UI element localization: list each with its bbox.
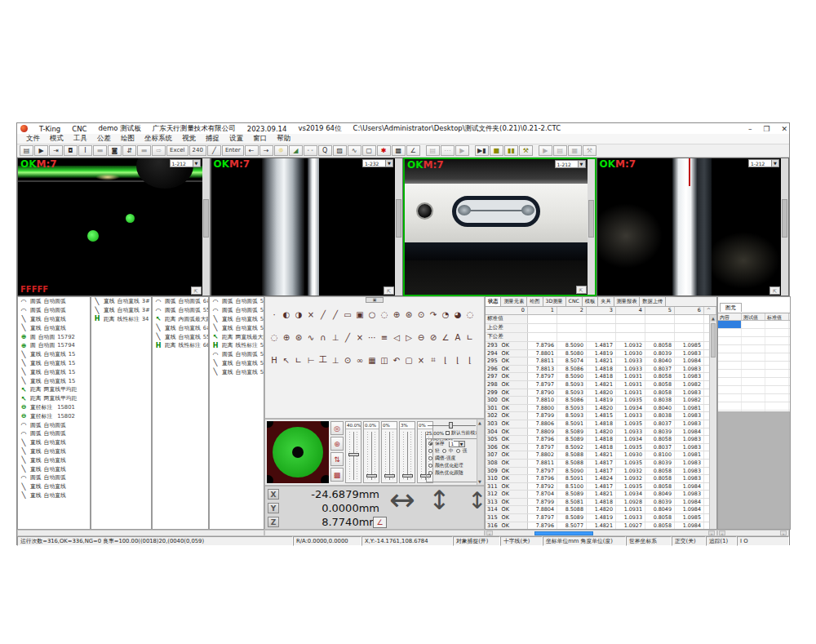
tool-icon[interactable]: ▢ [403, 354, 415, 366]
table-row[interactable]: 310OK7.87968.50911.48241.09320.80581.098… [486, 475, 716, 483]
list-item[interactable]: ◠圆弧自动圆弧6# [153, 297, 208, 306]
run-to-end-button[interactable]: ▶▮ [475, 145, 489, 156]
list-item[interactable]: H距离线性标注66 [153, 341, 208, 350]
table-row[interactable]: 302OK7.87998.50931.48151.09330.80381.098… [486, 412, 716, 420]
tool-icon[interactable]: ╱ [317, 309, 329, 320]
tool-icon[interactable]: · [268, 309, 280, 320]
scroll-thumb[interactable] [711, 323, 716, 358]
list-item[interactable]: ◠圆弧自动圆弧55 [210, 350, 264, 359]
tool-icon[interactable]: ▦ [366, 354, 378, 366]
camera-panel-3[interactable]: OKM:7 1-212▼ ⇱ [403, 158, 596, 296]
tool-icon[interactable]: ∟ [293, 354, 304, 366]
table-row[interactable]: 304OK7.88098.50891.48201.09330.80391.098… [486, 429, 716, 437]
tab-CNC[interactable]: CNC [566, 297, 583, 306]
tolerance-row[interactable]: 标准值 [486, 315, 716, 324]
settings-scrollbar[interactable]: ▲▼ [477, 420, 484, 485]
y-jog-arrow-icon[interactable]: ↕ [428, 485, 450, 516]
list-item[interactable]: ╲直线自动直线3# [91, 306, 151, 315]
tool-icon[interactable]: ⊙ [342, 354, 353, 366]
table-row[interactable]: 296OK7.88138.50861.48181.09330.80371.098… [486, 366, 716, 374]
middle-hscrollbar[interactable] [264, 530, 485, 536]
resize-handle-icon[interactable]: ⇱ [191, 286, 202, 295]
tool-icon[interactable]: ◕ [452, 309, 463, 320]
save-data-button[interactable]: ▤ [553, 145, 567, 156]
list-item[interactable]: ╲直线自动直线55 [153, 332, 208, 341]
camera-scrollbar[interactable] [395, 158, 402, 295]
tool-icon[interactable]: ▷ [403, 331, 415, 343]
channel-slider-1[interactable]: 40.0% [345, 421, 361, 483]
detail-row[interactable] [718, 337, 790, 345]
tool-icon[interactable]: ⌊ [452, 354, 463, 366]
camera-range-dropdown[interactable]: 1-212▼ [555, 160, 586, 168]
list-item[interactable]: H距离线性标注34 [91, 315, 151, 324]
list-item[interactable]: ╲直线自动直线 [18, 315, 90, 324]
menu-item[interactable]: 模式 [46, 134, 68, 144]
tool-icon[interactable]: ≡ [379, 331, 390, 343]
chevron-down-icon[interactable]: ▼ [578, 161, 585, 167]
table-row[interactable]: 312OK7.87048.50891.48211.09340.80491.098… [486, 491, 716, 499]
detail-row[interactable] [718, 345, 790, 353]
radio-颜色优化处理[interactable] [428, 464, 432, 468]
list-item[interactable]: ◠圆弧自动圆弧 [18, 429, 90, 438]
pen-button[interactable]: ╱ [207, 145, 221, 156]
tool-icon[interactable]: ▣ [354, 309, 366, 320]
list-item[interactable]: ↖距离内圆弧最大距 [153, 315, 208, 324]
tab-element[interactable]: 图元 [720, 303, 742, 312]
run-button[interactable]: ▶ [455, 145, 469, 156]
list-item[interactable]: ↖距离两直线最大距 [210, 332, 264, 341]
detail-row[interactable] [718, 394, 790, 402]
light-option-button-1[interactable]: ◎ [330, 421, 344, 435]
tool-icon[interactable]: × [415, 354, 427, 366]
slider-thumb[interactable] [384, 474, 395, 477]
list-hscrollbar[interactable] [17, 530, 264, 536]
list-item[interactable]: ◠圆弧自动圆弧55 [153, 306, 208, 315]
list-item[interactable]: ╲直线自动直线 [18, 455, 90, 464]
table-row[interactable]: 316OK7.87968.50771.48211.09270.80581.098… [486, 522, 716, 530]
tool-icon[interactable]: ◌ [379, 309, 390, 320]
list-item[interactable]: ◠圆弧自动圆弧 [18, 473, 90, 482]
light-option-button-4[interactable]: ▩ [330, 468, 344, 482]
tool-icon[interactable]: 工 [317, 354, 329, 366]
status-segment-4[interactable]: 十字线(关) [500, 536, 543, 546]
tool-icon[interactable]: ⌊ [440, 354, 451, 366]
table-row[interactable]: 298OK7.87978.50931.48211.09310.80581.098… [486, 381, 716, 389]
slider-thumb[interactable] [449, 422, 453, 429]
zoom-button[interactable]: Q [318, 145, 332, 156]
detail-row[interactable] [718, 353, 790, 362]
tool-icon[interactable]: ∩ [317, 331, 329, 343]
tool-icon[interactable]: ╱ [342, 331, 353, 343]
tool-icon[interactable]: ⊥ [330, 331, 341, 343]
image-button[interactable]: ◢ [289, 145, 303, 156]
blank-button[interactable]: ▢ [362, 145, 376, 156]
list-item[interactable]: ╲直线自动直线3# [91, 297, 151, 306]
tab-测量报表[interactable]: 测量报表 [614, 297, 641, 306]
table-row[interactable]: 295OK7.88118.50741.48211.09330.80401.098… [486, 358, 716, 366]
detail-row[interactable] [718, 329, 790, 337]
ring-light-indicator[interactable] [267, 421, 329, 483]
list-item[interactable]: ╲直线自动直线6# [153, 323, 208, 332]
default-mode-checkbox[interactable] [446, 431, 450, 435]
shield-button[interactable]: ◘ [64, 145, 78, 156]
resize-handle-icon[interactable]: ⇱ [576, 286, 587, 294]
camera-scrollbar[interactable] [588, 159, 595, 295]
list-item[interactable]: ╲直线自动直线15 [18, 367, 90, 376]
list-item[interactable]: ╲直线自动直线 [18, 482, 90, 491]
list-item[interactable]: ⊕圆自动圆15794 [18, 341, 90, 350]
table-row[interactable]: 303OK7.88068.50911.48181.09350.80371.098… [486, 420, 716, 429]
tool-icon[interactable]: ⊙ [415, 309, 427, 320]
menu-item[interactable]: 绘图 [117, 134, 139, 144]
detail-row[interactable] [718, 321, 790, 329]
tool-icon[interactable]: ⊘ [428, 331, 439, 343]
list-item[interactable]: ⊖直径标注15801 [18, 403, 90, 412]
menu-item[interactable]: 文件 [22, 134, 44, 144]
camera-scrollbar[interactable] [781, 158, 788, 295]
list-item[interactable]: ◠圆弧自动圆弧55 [210, 306, 264, 315]
curve-button[interactable]: ∿ [348, 145, 361, 156]
tab-夹具[interactable]: 夹具 [598, 297, 614, 306]
menu-item[interactable]: 坐标系统 [140, 134, 176, 144]
camera-panel-1[interactable]: OKM:7 FFFFF 1-212▼ ⇱ [17, 158, 211, 296]
arrow-left-button[interactable]: ← [245, 145, 259, 156]
tool-icon[interactable]: ◌ [464, 309, 476, 320]
tool-icon[interactable]: × [354, 331, 366, 343]
save-report-button[interactable]: ▤ [426, 145, 440, 156]
